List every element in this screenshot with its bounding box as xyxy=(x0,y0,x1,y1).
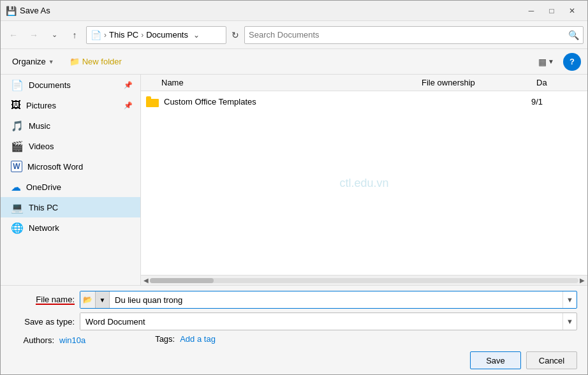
file-name: Custom Office Templates xyxy=(164,97,256,107)
maximize-button[interactable]: □ xyxy=(541,3,562,19)
save-button[interactable]: Save xyxy=(470,351,521,369)
col-date[interactable]: Da xyxy=(531,78,582,87)
view-button[interactable]: ▦ ▼ xyxy=(534,54,558,70)
sidebar-item-documents[interactable]: 📄 Documents 📌 xyxy=(1,75,140,95)
hscroll-area: ◀ ▶ xyxy=(141,275,587,285)
file-list-header: Name File ownership Da xyxy=(141,75,587,91)
pictures-icon: 🖼 xyxy=(11,99,21,111)
col-ownership[interactable]: File ownership xyxy=(416,78,531,87)
hscroll-right[interactable]: ▶ xyxy=(580,277,585,284)
forward-button[interactable]: → xyxy=(25,26,43,44)
new-folder-icon: 📁 xyxy=(70,57,80,66)
cancel-button[interactable]: Cancel xyxy=(526,351,577,369)
videos-icon: 🎬 xyxy=(11,140,24,152)
breadcrumb-sep1: › xyxy=(104,31,107,40)
help-button[interactable]: ? xyxy=(563,53,581,71)
close-button[interactable]: ✕ xyxy=(562,3,582,19)
filename-icon-btn[interactable]: 📂 xyxy=(80,291,96,308)
breadcrumb-documents[interactable]: Documents xyxy=(146,30,188,40)
filetype-row: Save as type: ▼ xyxy=(11,312,577,330)
filename-end-arrow[interactable]: ▼ xyxy=(562,291,577,308)
onedrive-icon: ☁ xyxy=(11,181,21,193)
sidebar-item-onedrive[interactable]: ☁ OneDrive xyxy=(1,177,140,197)
file-list-body: Custom Office Templates 9/1 ctl.edu.vn xyxy=(141,91,587,275)
up-button[interactable]: ↑ xyxy=(66,26,84,44)
thispc-icon: 💻 xyxy=(11,202,24,214)
back-button[interactable]: ← xyxy=(4,26,22,44)
word-icon: W xyxy=(11,161,22,172)
filename-input[interactable] xyxy=(110,291,562,308)
filetype-wrapper: ▼ xyxy=(80,312,577,330)
authors-value[interactable]: win10a xyxy=(59,335,85,345)
filename-wrapper: 📂 ▼ ▼ xyxy=(80,291,577,309)
hscroll-track[interactable] xyxy=(150,278,578,283)
breadcrumb-dropdown[interactable]: ⌄ xyxy=(193,31,200,40)
sidebar-item-network[interactable]: 🌐 Network xyxy=(1,217,140,238)
bottom-form: File name: 📂 ▼ ▼ Save as type: ▼ Authors… xyxy=(1,285,587,374)
filename-label: File name: xyxy=(11,295,75,305)
minimize-button[interactable]: ─ xyxy=(521,3,541,19)
organize-button[interactable]: Organize ▼ xyxy=(7,54,59,69)
tags-label: Tags: xyxy=(111,334,175,344)
search-icon[interactable]: 🔍 xyxy=(568,30,579,40)
sidebar-item-pictures[interactable]: 🖼 Pictures 📌 xyxy=(1,95,140,115)
saveastype-label: Save as type: xyxy=(11,317,75,327)
hscroll-left[interactable]: ◀ xyxy=(143,277,149,284)
breadcrumb-bar: 📄 › This PC › Documents ⌄ xyxy=(86,26,226,44)
filetype-dropdown-arrow[interactable]: ▼ xyxy=(562,313,577,330)
tags-row: Tags: Add a tag xyxy=(111,334,216,344)
main-content: 📄 Documents 📌 🖼 Pictures 📌 🎵 Music 🎬 Vid… xyxy=(1,75,587,285)
pin-icon-documents: 📌 xyxy=(124,81,133,89)
sidebar-item-microsoft-word[interactable]: W Microsoft Word xyxy=(1,156,140,177)
documents-icon: 📄 xyxy=(11,79,24,91)
bottom-buttons: Save Cancel xyxy=(11,351,577,369)
file-date: 9/1 xyxy=(531,97,582,107)
network-icon: 🌐 xyxy=(11,222,24,234)
refresh-button[interactable]: ↻ xyxy=(229,29,242,41)
dropdown-recent-button[interactable]: ⌄ xyxy=(45,26,63,44)
file-area: Name File ownership Da Custom Office Tem… xyxy=(141,75,587,285)
sidebar: 📄 Documents 📌 🖼 Pictures 📌 🎵 Music 🎬 Vid… xyxy=(1,75,141,285)
filename-dropdown-btn[interactable]: ▼ xyxy=(96,291,110,308)
search-input[interactable] xyxy=(249,30,568,40)
authors-row: Authors: win10a xyxy=(16,334,85,346)
dialog-title: Save As xyxy=(20,6,521,15)
breadcrumb-doc-icon: 📄 xyxy=(91,30,101,40)
breadcrumb-this-pc[interactable]: This PC xyxy=(109,30,138,40)
app-icon: 💾 xyxy=(6,6,16,16)
new-folder-button[interactable]: 📁 New folder xyxy=(64,54,127,69)
table-row[interactable]: Custom Office Templates 9/1 xyxy=(141,91,587,112)
sidebar-item-videos[interactable]: 🎬 Videos xyxy=(1,136,140,156)
filetype-input[interactable] xyxy=(80,313,562,330)
filename-row: File name: 📂 ▼ ▼ xyxy=(11,291,577,309)
toolbar: Organize ▼ 📁 New folder ▦ ▼ ? xyxy=(1,49,587,75)
breadcrumb-sep2: › xyxy=(141,31,143,40)
titlebar: 💾 Save As ─ □ ✕ xyxy=(1,1,587,21)
col-name[interactable]: Name xyxy=(146,78,416,87)
search-box: 🔍 xyxy=(244,26,584,44)
view-icon: ▦ xyxy=(538,57,547,67)
watermark: ctl.edu.vn xyxy=(339,177,388,190)
pin-icon-pictures: 📌 xyxy=(124,101,133,110)
tags-value[interactable]: Add a tag xyxy=(180,334,216,344)
sidebar-item-music[interactable]: 🎵 Music xyxy=(1,115,140,136)
sidebar-item-this-pc[interactable]: 💻 This PC xyxy=(1,197,140,217)
addressbar: ← → ⌄ ↑ 📄 › This PC › Documents ⌄ ↻ 🔍 xyxy=(1,21,587,49)
music-icon: 🎵 xyxy=(11,120,24,132)
authors-label: Authors: xyxy=(16,335,54,345)
view-dropdown-arrow: ▼ xyxy=(548,58,554,65)
hscroll-thumb xyxy=(150,278,214,283)
folder-icon xyxy=(146,96,159,107)
